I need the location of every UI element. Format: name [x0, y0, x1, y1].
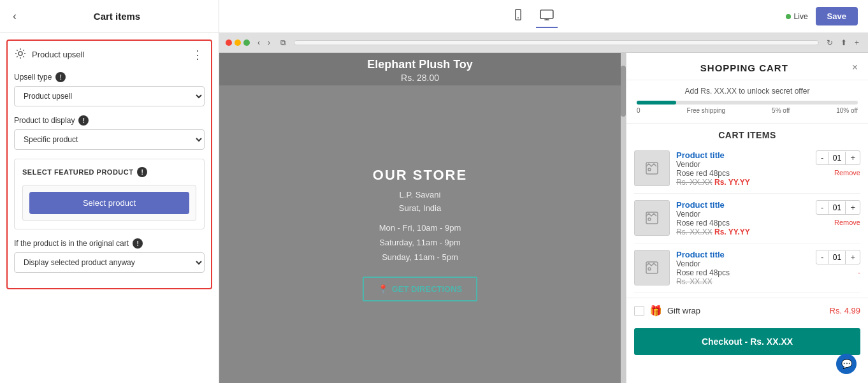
browser-back-button[interactable]: ‹ — [255, 37, 263, 48]
featured-info-icon: ! — [137, 167, 147, 177]
toolbar-right: Live Save — [786, 7, 858, 25]
left-panel: ‹ Cart items Product upsell ⋮ — [0, 0, 219, 383]
cart-item: Product title Vendor Rose red 48pcs Rs. … — [634, 243, 860, 293]
qty-increase-button[interactable]: + — [846, 201, 860, 214]
qty-increase-button[interactable]: + — [846, 250, 860, 264]
cart-item-vendor: Vendor — [676, 160, 809, 169]
cart-item-vendor: Vendor — [676, 210, 809, 219]
product-display-label: Product to display ! — [14, 115, 205, 126]
select-product-button[interactable]: Select product — [29, 192, 189, 214]
scrollbar-thumb[interactable] — [621, 66, 626, 117]
cart-item-title: Product title — [676, 150, 809, 160]
store-header-bar: Elephant Plush Toy Rs. 28.00 — [219, 53, 621, 85]
featured-label: SELECT FEATURED PRODUCT ! — [22, 167, 196, 177]
remove-link[interactable]: Remove — [834, 169, 860, 177]
cart-item-price: Rs. XX.XX — [676, 277, 809, 286]
cart-item-actions: - 01 + Remove — [816, 150, 860, 177]
browser-forward-button[interactable]: › — [265, 37, 273, 48]
store-name: OUR STORE — [373, 167, 467, 184]
upsell-type-label: Upsell type ! — [14, 72, 205, 82]
cart-panel: SHOPPING CART × Add Rs. XX.XX to unlock … — [626, 53, 868, 383]
progress-labels: 0 Free shipping 5% off 10% off — [637, 107, 858, 114]
cart-item-info: Product title Vendor Rose red 48pcs Rs. … — [676, 150, 809, 187]
toolbar-center — [508, 4, 558, 29]
store-product-name: Elephant Plush Toy — [219, 58, 621, 71]
checkout-button[interactable]: Checkout - Rs. XX.XX — [634, 328, 860, 355]
close-dot[interactable] — [226, 40, 232, 46]
qty-value: 01 — [828, 152, 846, 164]
product-display-select[interactable]: Specific product Random product Best sel… — [14, 129, 205, 150]
widget-title: Product upsell — [32, 50, 84, 59]
label-0: 0 — [637, 107, 640, 114]
browser-more-button[interactable]: + — [852, 37, 862, 48]
product-display-info-icon: ! — [78, 115, 89, 126]
if-in-cart-select[interactable]: Display selected product anyway Hide pro… — [14, 252, 205, 273]
progress-fill — [637, 101, 676, 105]
featured-product-section: SELECT FEATURED PRODUCT ! Select product — [14, 159, 205, 229]
cart-header: SHOPPING CART × — [626, 53, 868, 80]
browser-chrome: ‹ › ⧉ ↻ ⬆ + — [219, 33, 868, 53]
gift-wrap-checkbox[interactable] — [634, 306, 644, 316]
if-in-cart-group: If the product is in the original cart !… — [14, 238, 205, 273]
browser-traffic-lights — [226, 40, 250, 46]
save-button[interactable]: Save — [816, 7, 858, 25]
svg-rect-1 — [516, 9, 521, 20]
live-dot — [786, 14, 791, 19]
cart-close-button[interactable]: × — [852, 62, 858, 73]
gift-wrap-row: 🎁 Gift wrap Rs. 4.99 — [626, 298, 868, 323]
offer-bar-container: Add Rs. XX.XX to unlock secret offer 0 F… — [626, 80, 868, 124]
browser-share-button[interactable]: ⬆ — [838, 37, 850, 48]
live-label: Live — [794, 12, 808, 21]
cart-item-info: Product title Vendor Rose red 48pcs Rs. … — [676, 250, 809, 286]
desktop-view-button[interactable] — [536, 5, 558, 28]
widget-section: Product upsell ⋮ Upsell type ! Product u… — [6, 40, 212, 289]
svg-point-9 — [648, 218, 651, 220]
quantity-control: - 01 + — [816, 150, 860, 165]
label-5off: 5% off — [772, 107, 790, 114]
if-in-cart-info-icon: ! — [133, 238, 143, 249]
browser-actions: ↻ ⬆ + — [824, 37, 862, 48]
maximize-dot[interactable] — [243, 40, 250, 46]
qty-decrease-button[interactable]: - — [816, 250, 828, 264]
qty-increase-button[interactable]: + — [846, 151, 860, 164]
widget-header: Product upsell ⋮ — [14, 47, 205, 62]
label-free-shipping: Free shipping — [687, 107, 726, 114]
cart-items-list: Product title Vendor Rose red 48pcs Rs. … — [626, 144, 868, 298]
browser-url-bar[interactable] — [294, 40, 819, 45]
browser-nav: ‹ › — [255, 37, 273, 48]
progress-track — [637, 101, 858, 105]
get-directions-button[interactable]: 📍 GET DIRECTIONS — [363, 277, 478, 301]
cart-item-price: Rs. XX.XX Rs. YY.YY — [676, 178, 809, 187]
progress-bar: 0 Free shipping 5% off 10% off — [637, 101, 858, 114]
product-display-group: Product to display ! Specific product Ra… — [14, 115, 205, 150]
remove-link[interactable]: Remove — [834, 219, 860, 226]
remove-link[interactable]: - — [858, 268, 860, 276]
qty-value: 01 — [828, 251, 846, 264]
mobile-view-button[interactable] — [508, 4, 528, 29]
qty-decrease-button[interactable]: - — [816, 201, 828, 214]
right-panel: Live Save ‹ › ⧉ ↻ ⬆ + Elephant Plush Toy — [219, 0, 868, 383]
cart-item-image — [634, 200, 670, 236]
quantity-control: - 01 + — [816, 200, 860, 215]
label-10off: 10% off — [836, 107, 858, 114]
upsell-type-group: Upsell type ! Product upsell Collection … — [14, 72, 205, 106]
browser-refresh-button[interactable]: ↻ — [824, 37, 835, 48]
browser-tab-button[interactable]: ⧉ — [278, 37, 289, 48]
widget-header-left: Product upsell — [14, 47, 84, 62]
upsell-type-select[interactable]: Product upsell Collection upsell Custom — [14, 86, 205, 106]
cart-item-actions: - 01 + - — [816, 250, 860, 276]
widget-menu-button[interactable]: ⋮ — [192, 48, 205, 62]
preview-area: Elephant Plush Toy Rs. 28.00 OUR STORE L… — [219, 53, 868, 383]
minimize-dot[interactable] — [235, 40, 241, 46]
gift-wrap-label: Gift wrap — [667, 306, 825, 315]
offer-text: Add Rs. XX.XX to unlock secret offer — [637, 87, 858, 96]
qty-decrease-button[interactable]: - — [816, 151, 828, 164]
chat-bubble-button[interactable]: 💬 — [836, 354, 857, 374]
back-button[interactable]: ‹ — [10, 7, 19, 25]
cart-item-vendor: Vendor — [676, 259, 809, 268]
mid-scrollbar — [621, 53, 626, 383]
cart-section-title: Cart items — [626, 124, 868, 144]
if-in-cart-label: If the product is in the original cart ! — [14, 238, 205, 249]
page-title: Cart items — [25, 11, 208, 22]
store-product-price: Rs. 28.00 — [219, 73, 621, 83]
